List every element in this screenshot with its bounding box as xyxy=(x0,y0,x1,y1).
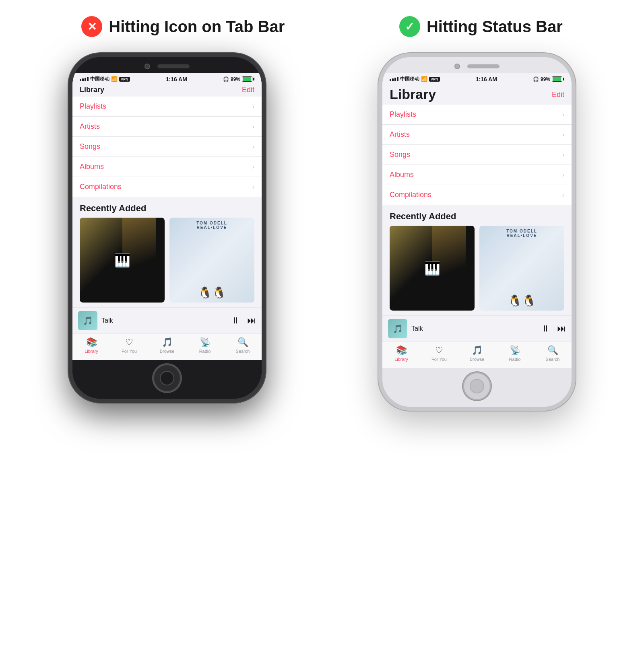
dark-playlists-label: Playlists xyxy=(80,102,106,111)
dark-tab-radio[interactable]: 📡 Radio xyxy=(191,337,219,354)
dark-nav-edit[interactable]: Edit xyxy=(242,86,254,94)
light-tab-library[interactable]: 📚 Library xyxy=(387,345,415,362)
signal-bar-4 xyxy=(87,77,89,81)
dark-speaker xyxy=(157,64,190,68)
light-screen: 中国移动 📶 VPN 1:16 AM 🎧 99% xyxy=(382,73,572,368)
light-foryou-tab-label: For You xyxy=(431,357,447,362)
dark-penguin-1: 🐧 xyxy=(198,286,212,299)
light-phone-wrap: 中国移动 📶 VPN 1:16 AM 🎧 99% xyxy=(378,53,576,411)
dark-compilations-chevron: › xyxy=(252,183,254,191)
dark-pause-button[interactable]: ⏸ xyxy=(231,315,240,326)
light-album-row: 🎹 TOM ODELLREAL•LOVE 🐧 🐧 xyxy=(382,226,572,315)
dark-foryou-tab-label: For You xyxy=(122,349,137,354)
light-library-list: Playlists › Artists › Songs › Albums › xyxy=(382,105,572,205)
signal-bar-l1 xyxy=(390,79,391,81)
light-headphone-icon: 🎧 xyxy=(533,76,539,82)
dark-mini-album-art: 🎵 xyxy=(78,311,97,330)
dark-list-item-artists[interactable]: Artists › xyxy=(72,117,262,137)
dark-list-item-songs[interactable]: Songs › xyxy=(72,137,262,157)
dark-penguins: 🐧 🐧 xyxy=(198,286,226,299)
light-status-left: 中国移动 📶 VPN xyxy=(390,76,440,82)
dark-battery-body xyxy=(242,76,252,82)
light-tab-foryou[interactable]: ♡ For You xyxy=(425,345,453,362)
light-tab-bar: 📚 Library ♡ For You 🎵 Browse 📡 Radio xyxy=(382,342,572,368)
light-browse-icon: 🎵 xyxy=(472,345,483,356)
signal-bar-l2 xyxy=(392,78,394,81)
light-list-item-songs[interactable]: Songs › xyxy=(382,145,572,165)
light-list-item-artists[interactable]: Artists › xyxy=(382,125,572,145)
dark-tab-browse[interactable]: 🎵 Browse xyxy=(153,337,181,354)
dark-vpn-badge: VPN xyxy=(119,77,130,82)
light-playlists-label: Playlists xyxy=(390,110,416,119)
light-skip-button[interactable]: ⏭ xyxy=(557,323,566,334)
dark-phone-top-hardware xyxy=(72,57,262,73)
dark-browse-tab-label: Browse xyxy=(160,349,175,354)
dark-list-item-compilations[interactable]: Compilations › xyxy=(72,177,262,197)
light-radio-icon: 📡 xyxy=(510,345,520,356)
dark-mini-controls: ⏸ ⏭ xyxy=(231,315,256,326)
dark-time: 1:16 AM xyxy=(166,76,187,82)
light-mini-album-art: 🎵 xyxy=(388,319,407,338)
light-browse-tab-label: Browse xyxy=(470,357,485,362)
light-time: 1:16 AM xyxy=(476,76,497,82)
light-signal xyxy=(390,77,398,81)
light-list-item-albums[interactable]: Albums › xyxy=(382,165,572,185)
dark-tab-search[interactable]: 🔍 Search xyxy=(229,337,257,354)
light-battery-body xyxy=(552,76,562,82)
light-album-tom-odell[interactable]: TOM ODELLREAL•LOVE 🐧 🐧 xyxy=(479,226,564,311)
phones-row: 中国移动 📶 VPN 1:16 AM 🎧 99% xyxy=(24,53,620,411)
light-recently-added-header: Recently Added xyxy=(382,205,572,226)
light-compilations-label: Compilations xyxy=(390,191,431,199)
dark-tab-bar: 📚 Library ♡ For You 🎵 Browse 📡 Radio xyxy=(72,334,262,360)
dark-songs-chevron: › xyxy=(252,143,254,150)
dark-skip-button[interactable]: ⏭ xyxy=(247,315,256,326)
light-tom-odell-title: TOM ODELLREAL•LOVE xyxy=(479,229,564,238)
light-performer: 🎹 xyxy=(424,261,440,276)
dark-tab-library[interactable]: 📚 Library xyxy=(77,337,105,354)
dark-album-tom-odell[interactable]: TOM ODELLREAL•LOVE 🐧 🐧 xyxy=(169,218,254,303)
dark-albums-chevron: › xyxy=(252,163,254,171)
dark-album-concert[interactable]: 🎹 xyxy=(80,218,165,303)
signal-bar-2 xyxy=(82,78,84,81)
light-search-tab-label: Search xyxy=(546,357,560,362)
dark-status-bar: 中国移动 📶 VPN 1:16 AM 🎧 99% xyxy=(72,73,262,84)
light-home-button[interactable] xyxy=(463,372,491,400)
dark-battery-pct: 99% xyxy=(231,76,240,82)
light-library-tab-label: Library xyxy=(394,357,408,362)
dark-album-row: 🎹 TOM ODELLREAL•LOVE 🐧 🐧 xyxy=(72,218,262,307)
light-list-item-compilations[interactable]: Compilations › xyxy=(382,185,572,205)
dark-list-item-albums[interactable]: Albums › xyxy=(72,157,262,177)
dark-headphone-icon: 🎧 xyxy=(223,76,229,82)
dark-mini-player[interactable]: 🎵 Talk ⏸ ⏭ xyxy=(72,307,262,334)
light-list-item-playlists[interactable]: Playlists › xyxy=(382,105,572,125)
light-artists-chevron: › xyxy=(562,131,564,138)
light-mini-player[interactable]: 🎵 Talk ⏸ ⏭ xyxy=(382,315,572,342)
light-tab-radio[interactable]: 📡 Radio xyxy=(501,345,529,362)
dark-nav-bar: Library Edit xyxy=(72,84,262,97)
light-pause-button[interactable]: ⏸ xyxy=(541,323,550,334)
light-tab-browse[interactable]: 🎵 Browse xyxy=(463,345,491,362)
light-nav-edit[interactable]: Edit xyxy=(552,91,564,99)
dark-list-item-playlists[interactable]: Playlists › xyxy=(72,97,262,117)
dark-home-button[interactable] xyxy=(153,364,181,392)
light-carrier: 中国移动 xyxy=(400,76,419,82)
dark-phone-wrap: 中国移动 📶 VPN 1:16 AM 🎧 99% xyxy=(68,53,266,411)
light-speaker xyxy=(467,64,500,68)
dark-performer: 🎹 xyxy=(114,253,130,268)
dark-artists-chevron: › xyxy=(252,123,254,130)
dark-mini-song-name: Talk xyxy=(101,317,227,324)
good-icon: ✓ xyxy=(399,16,420,37)
dark-browse-icon: 🎵 xyxy=(162,337,173,348)
dark-library-tab-label: Library xyxy=(85,349,98,354)
page-header: ✕ Hitting Icon on Tab Bar ✓ Hitting Stat… xyxy=(24,16,620,37)
light-status-bar: 中国移动 📶 VPN 1:16 AM 🎧 99% xyxy=(382,73,572,84)
light-search-icon: 🔍 xyxy=(547,345,558,356)
dark-battery xyxy=(242,76,254,82)
dark-radio-tab-label: Radio xyxy=(199,349,211,354)
dark-battery-fill xyxy=(243,77,251,81)
light-album-concert[interactable]: 🎹 xyxy=(390,226,475,311)
light-radio-tab-label: Radio xyxy=(509,357,521,362)
dark-tab-foryou[interactable]: ♡ For You xyxy=(115,337,143,354)
light-battery-pct: 99% xyxy=(541,76,550,82)
light-tab-search[interactable]: 🔍 Search xyxy=(539,345,567,362)
